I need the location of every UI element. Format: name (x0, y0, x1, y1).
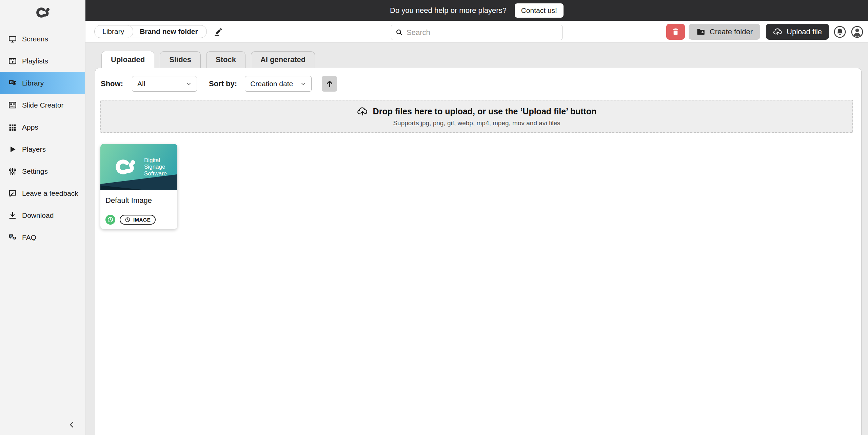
trash-icon (671, 27, 680, 36)
feedback-bubble-icon (8, 189, 17, 198)
sidebar-nav: Screens Playlists Library Slide Creator … (0, 28, 85, 248)
search-input[interactable] (407, 28, 558, 37)
pencil-icon (213, 26, 223, 37)
sidebar-item-feedback[interactable]: Leave a feedback (0, 182, 85, 204)
media-type-badge: IMAGE (120, 215, 156, 225)
svg-text:A: A (13, 237, 15, 240)
search-icon (395, 29, 403, 36)
upload-dropzone[interactable]: Drop files here to upload, or use the ‘U… (100, 100, 853, 133)
folder-plus-icon (696, 27, 705, 36)
breadcrumb-zone: Library Brand new folder (94, 25, 224, 38)
cloud-upload-icon (773, 27, 783, 37)
dropzone-subtitle: Supports jpg, png, gif, webp, mp4, mpeg,… (393, 119, 560, 127)
tab-uploaded[interactable]: Uploaded (101, 51, 154, 68)
breadcrumb: Library Brand new folder (94, 25, 207, 38)
sidebar-item-label: FAQ (22, 233, 36, 242)
search-box (391, 25, 563, 40)
sidebar-item-faq[interactable]: QA FAQ (0, 226, 85, 248)
sidebar-item-playlists[interactable]: Playlists (0, 50, 85, 72)
arrow-up-icon (325, 79, 334, 89)
brand-logo-icon (33, 7, 53, 26)
show-dropdown[interactable]: All (132, 76, 197, 92)
header-actions: Create folder Upload file (666, 24, 864, 40)
thumbnail-caption-line: Software (144, 170, 167, 177)
account-button[interactable] (851, 25, 864, 38)
library-icon (8, 79, 17, 88)
upload-file-label: Upload file (787, 27, 822, 36)
sidebar-item-slide-creator[interactable]: Slide Creator (0, 94, 85, 116)
media-title: Default Image (105, 196, 177, 205)
sidebar-item-label: Settings (22, 167, 48, 175)
sort-by-label: Sort by: (209, 79, 237, 88)
thumbnail-caption-line: Signage (144, 164, 167, 170)
svg-text:Q: Q (10, 234, 12, 238)
notifications-button[interactable] (833, 25, 846, 38)
clock-icon (125, 217, 131, 223)
sidebar-item-download[interactable]: Download (0, 204, 85, 226)
media-thumbnail: Digital Signage Software (100, 144, 177, 190)
tab-stock[interactable]: Stock (206, 51, 245, 68)
thumbnail-brand-logo-icon (111, 159, 139, 174)
dropzone-title: Drop files here to upload, or use the ‘U… (373, 107, 597, 116)
upload-file-button[interactable]: Upload file (766, 24, 829, 40)
screens-icon (8, 35, 17, 43)
sliders-icon (8, 167, 17, 176)
play-triangle-icon (8, 145, 17, 154)
delete-folder-button[interactable] (666, 24, 685, 40)
dropzone-title-row: Drop files here to upload, or use the ‘U… (357, 106, 597, 117)
sidebar: Screens Playlists Library Slide Creator … (0, 0, 85, 435)
rename-folder-button[interactable] (213, 26, 224, 37)
thumbnail-caption-line: Digital (144, 157, 167, 164)
schedule-status-button[interactable] (105, 215, 115, 225)
thumbnail-caption: Digital Signage Software (144, 157, 167, 177)
clock-icon (107, 216, 114, 223)
media-badges: IMAGE (105, 215, 156, 225)
sidebar-item-label: Screens (22, 35, 48, 43)
upload-cloud-icon (357, 106, 368, 117)
sidebar-collapse-button[interactable] (66, 419, 78, 430)
apps-grid-icon (8, 123, 17, 132)
chevron-down-icon (185, 81, 192, 87)
create-folder-label: Create folder (710, 27, 753, 36)
user-avatar-icon (851, 25, 864, 38)
sidebar-item-apps[interactable]: Apps (0, 116, 85, 138)
sidebar-item-screens[interactable]: Screens (0, 28, 85, 50)
sidebar-item-label: Apps (22, 123, 38, 131)
tab-slides[interactable]: Slides (160, 51, 201, 68)
slide-creator-icon (8, 101, 17, 110)
breadcrumb-separator (126, 25, 133, 38)
library-tabs: Uploaded Slides Stock AI generated (101, 51, 315, 68)
sidebar-item-label: Download (22, 211, 54, 220)
breadcrumb-item-library[interactable]: Library (95, 27, 126, 36)
sort-dropdown-value: Creation date (250, 80, 293, 88)
chevron-left-icon (68, 420, 76, 429)
sidebar-item-label: Leave a feedback (22, 189, 78, 197)
faq-icon: QA (8, 233, 17, 242)
chevron-down-icon (300, 81, 307, 87)
media-type-label: IMAGE (133, 217, 151, 223)
sort-dropdown[interactable]: Creation date (245, 76, 312, 92)
contact-us-button[interactable]: Contact us! (515, 3, 564, 18)
sidebar-item-label: Playlists (22, 57, 48, 65)
sidebar-item-library[interactable]: Library (0, 72, 85, 94)
bell-icon (833, 25, 846, 38)
filter-controls: Show: All Sort by: Creation date (101, 76, 337, 92)
media-card[interactable]: Digital Signage Software Default Image I… (100, 144, 177, 229)
tab-ai-generated[interactable]: AI generated (251, 51, 315, 68)
sidebar-item-settings[interactable]: Settings (0, 160, 85, 182)
header: Library Brand new folder Create folder (85, 21, 868, 43)
breadcrumb-item-current-folder: Brand new folder (133, 27, 206, 36)
sort-direction-button[interactable] (322, 76, 337, 92)
show-dropdown-value: All (137, 80, 145, 88)
sidebar-item-players[interactable]: Players (0, 138, 85, 160)
download-icon (8, 211, 17, 220)
app-logo (0, 0, 85, 26)
sidebar-item-label: Library (22, 79, 44, 87)
sidebar-item-label: Players (22, 145, 46, 153)
topbar: Do you need help or more players? Contac… (85, 0, 868, 21)
content-panel: Show: All Sort by: Creation date Drop fi… (95, 68, 862, 435)
create-folder-button[interactable]: Create folder (689, 24, 760, 40)
playlists-icon (8, 57, 17, 65)
topbar-help-text: Do you need help or more players? (390, 6, 507, 15)
show-label: Show: (101, 79, 123, 88)
